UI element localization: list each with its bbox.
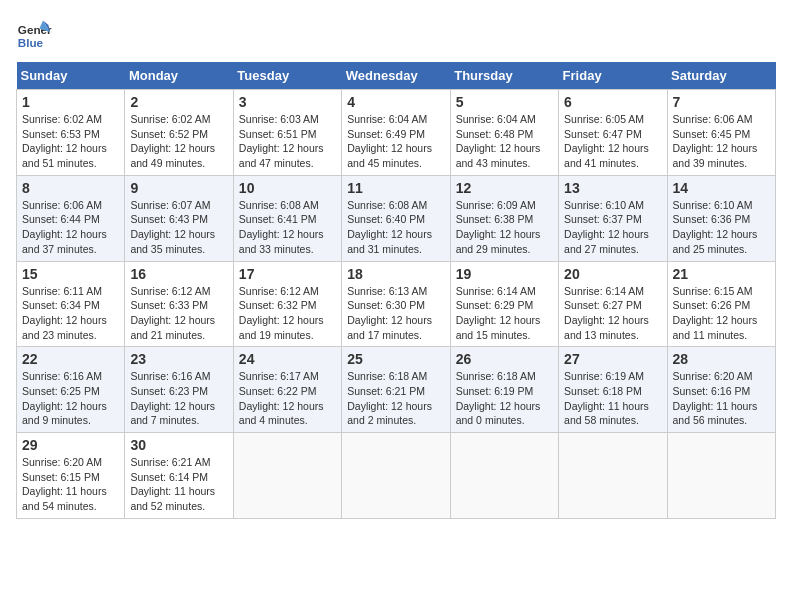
- day-number: 18: [347, 266, 444, 282]
- day-info: Sunrise: 6:02 AM Sunset: 6:53 PM Dayligh…: [22, 112, 119, 171]
- day-number: 23: [130, 351, 227, 367]
- day-info: Sunrise: 6:14 AM Sunset: 6:27 PM Dayligh…: [564, 284, 661, 343]
- day-info: Sunrise: 6:16 AM Sunset: 6:23 PM Dayligh…: [130, 369, 227, 428]
- day-number: 26: [456, 351, 553, 367]
- day-number: 17: [239, 266, 336, 282]
- header-saturday: Saturday: [667, 62, 775, 90]
- calendar-cell: 16Sunrise: 6:12 AM Sunset: 6:33 PM Dayli…: [125, 261, 233, 347]
- day-info: Sunrise: 6:06 AM Sunset: 6:44 PM Dayligh…: [22, 198, 119, 257]
- calendar-cell: 14Sunrise: 6:10 AM Sunset: 6:36 PM Dayli…: [667, 175, 775, 261]
- day-number: 10: [239, 180, 336, 196]
- day-info: Sunrise: 6:12 AM Sunset: 6:32 PM Dayligh…: [239, 284, 336, 343]
- day-info: Sunrise: 6:08 AM Sunset: 6:40 PM Dayligh…: [347, 198, 444, 257]
- day-info: Sunrise: 6:11 AM Sunset: 6:34 PM Dayligh…: [22, 284, 119, 343]
- calendar-cell: 12Sunrise: 6:09 AM Sunset: 6:38 PM Dayli…: [450, 175, 558, 261]
- calendar-cell: 26Sunrise: 6:18 AM Sunset: 6:19 PM Dayli…: [450, 347, 558, 433]
- header-wednesday: Wednesday: [342, 62, 450, 90]
- day-number: 11: [347, 180, 444, 196]
- calendar-cell: 23Sunrise: 6:16 AM Sunset: 6:23 PM Dayli…: [125, 347, 233, 433]
- day-info: Sunrise: 6:10 AM Sunset: 6:37 PM Dayligh…: [564, 198, 661, 257]
- calendar-cell: 21Sunrise: 6:15 AM Sunset: 6:26 PM Dayli…: [667, 261, 775, 347]
- week-row-5: 29Sunrise: 6:20 AM Sunset: 6:15 PM Dayli…: [17, 433, 776, 519]
- calendar-table: SundayMondayTuesdayWednesdayThursdayFrid…: [16, 62, 776, 519]
- day-info: Sunrise: 6:16 AM Sunset: 6:25 PM Dayligh…: [22, 369, 119, 428]
- day-number: 24: [239, 351, 336, 367]
- header-friday: Friday: [559, 62, 667, 90]
- day-info: Sunrise: 6:03 AM Sunset: 6:51 PM Dayligh…: [239, 112, 336, 171]
- day-number: 6: [564, 94, 661, 110]
- day-info: Sunrise: 6:12 AM Sunset: 6:33 PM Dayligh…: [130, 284, 227, 343]
- day-info: Sunrise: 6:20 AM Sunset: 6:15 PM Dayligh…: [22, 455, 119, 514]
- day-number: 12: [456, 180, 553, 196]
- calendar-cell: 28Sunrise: 6:20 AM Sunset: 6:16 PM Dayli…: [667, 347, 775, 433]
- calendar-cell: [559, 433, 667, 519]
- calendar-cell: 6Sunrise: 6:05 AM Sunset: 6:47 PM Daylig…: [559, 90, 667, 176]
- day-info: Sunrise: 6:10 AM Sunset: 6:36 PM Dayligh…: [673, 198, 770, 257]
- calendar-cell: [342, 433, 450, 519]
- calendar-cell: 2Sunrise: 6:02 AM Sunset: 6:52 PM Daylig…: [125, 90, 233, 176]
- calendar-cell: 13Sunrise: 6:10 AM Sunset: 6:37 PM Dayli…: [559, 175, 667, 261]
- calendar-cell: 17Sunrise: 6:12 AM Sunset: 6:32 PM Dayli…: [233, 261, 341, 347]
- day-number: 22: [22, 351, 119, 367]
- calendar-cell: [667, 433, 775, 519]
- week-row-1: 1Sunrise: 6:02 AM Sunset: 6:53 PM Daylig…: [17, 90, 776, 176]
- day-number: 7: [673, 94, 770, 110]
- day-info: Sunrise: 6:08 AM Sunset: 6:41 PM Dayligh…: [239, 198, 336, 257]
- day-info: Sunrise: 6:13 AM Sunset: 6:30 PM Dayligh…: [347, 284, 444, 343]
- calendar-cell: 15Sunrise: 6:11 AM Sunset: 6:34 PM Dayli…: [17, 261, 125, 347]
- day-info: Sunrise: 6:04 AM Sunset: 6:49 PM Dayligh…: [347, 112, 444, 171]
- day-info: Sunrise: 6:18 AM Sunset: 6:21 PM Dayligh…: [347, 369, 444, 428]
- day-info: Sunrise: 6:06 AM Sunset: 6:45 PM Dayligh…: [673, 112, 770, 171]
- calendar-cell: 1Sunrise: 6:02 AM Sunset: 6:53 PM Daylig…: [17, 90, 125, 176]
- day-number: 13: [564, 180, 661, 196]
- day-info: Sunrise: 6:02 AM Sunset: 6:52 PM Dayligh…: [130, 112, 227, 171]
- calendar-cell: 19Sunrise: 6:14 AM Sunset: 6:29 PM Dayli…: [450, 261, 558, 347]
- day-info: Sunrise: 6:19 AM Sunset: 6:18 PM Dayligh…: [564, 369, 661, 428]
- day-number: 15: [22, 266, 119, 282]
- calendar-cell: 20Sunrise: 6:14 AM Sunset: 6:27 PM Dayli…: [559, 261, 667, 347]
- header-tuesday: Tuesday: [233, 62, 341, 90]
- day-number: 3: [239, 94, 336, 110]
- day-info: Sunrise: 6:15 AM Sunset: 6:26 PM Dayligh…: [673, 284, 770, 343]
- week-row-3: 15Sunrise: 6:11 AM Sunset: 6:34 PM Dayli…: [17, 261, 776, 347]
- day-number: 19: [456, 266, 553, 282]
- day-number: 4: [347, 94, 444, 110]
- week-row-4: 22Sunrise: 6:16 AM Sunset: 6:25 PM Dayli…: [17, 347, 776, 433]
- calendar-cell: 8Sunrise: 6:06 AM Sunset: 6:44 PM Daylig…: [17, 175, 125, 261]
- calendar-cell: 5Sunrise: 6:04 AM Sunset: 6:48 PM Daylig…: [450, 90, 558, 176]
- calendar-cell: 22Sunrise: 6:16 AM Sunset: 6:25 PM Dayli…: [17, 347, 125, 433]
- day-number: 30: [130, 437, 227, 453]
- calendar-cell: 10Sunrise: 6:08 AM Sunset: 6:41 PM Dayli…: [233, 175, 341, 261]
- calendar-cell: 7Sunrise: 6:06 AM Sunset: 6:45 PM Daylig…: [667, 90, 775, 176]
- day-number: 5: [456, 94, 553, 110]
- calendar-cell: [450, 433, 558, 519]
- calendar-cell: 4Sunrise: 6:04 AM Sunset: 6:49 PM Daylig…: [342, 90, 450, 176]
- day-number: 1: [22, 94, 119, 110]
- calendar-cell: 27Sunrise: 6:19 AM Sunset: 6:18 PM Dayli…: [559, 347, 667, 433]
- header-row: SundayMondayTuesdayWednesdayThursdayFrid…: [17, 62, 776, 90]
- logo-icon: General Blue: [16, 16, 52, 52]
- header-thursday: Thursday: [450, 62, 558, 90]
- page-header: General Blue: [16, 16, 776, 52]
- logo: General Blue: [16, 16, 52, 52]
- day-info: Sunrise: 6:07 AM Sunset: 6:43 PM Dayligh…: [130, 198, 227, 257]
- calendar-cell: 25Sunrise: 6:18 AM Sunset: 6:21 PM Dayli…: [342, 347, 450, 433]
- calendar-cell: 30Sunrise: 6:21 AM Sunset: 6:14 PM Dayli…: [125, 433, 233, 519]
- day-info: Sunrise: 6:18 AM Sunset: 6:19 PM Dayligh…: [456, 369, 553, 428]
- day-number: 8: [22, 180, 119, 196]
- day-number: 28: [673, 351, 770, 367]
- calendar-cell: 24Sunrise: 6:17 AM Sunset: 6:22 PM Dayli…: [233, 347, 341, 433]
- day-number: 27: [564, 351, 661, 367]
- day-info: Sunrise: 6:14 AM Sunset: 6:29 PM Dayligh…: [456, 284, 553, 343]
- calendar-cell: [233, 433, 341, 519]
- day-number: 14: [673, 180, 770, 196]
- day-info: Sunrise: 6:05 AM Sunset: 6:47 PM Dayligh…: [564, 112, 661, 171]
- day-number: 20: [564, 266, 661, 282]
- day-info: Sunrise: 6:09 AM Sunset: 6:38 PM Dayligh…: [456, 198, 553, 257]
- day-number: 25: [347, 351, 444, 367]
- calendar-cell: 18Sunrise: 6:13 AM Sunset: 6:30 PM Dayli…: [342, 261, 450, 347]
- day-number: 2: [130, 94, 227, 110]
- calendar-cell: 11Sunrise: 6:08 AM Sunset: 6:40 PM Dayli…: [342, 175, 450, 261]
- header-monday: Monday: [125, 62, 233, 90]
- day-info: Sunrise: 6:04 AM Sunset: 6:48 PM Dayligh…: [456, 112, 553, 171]
